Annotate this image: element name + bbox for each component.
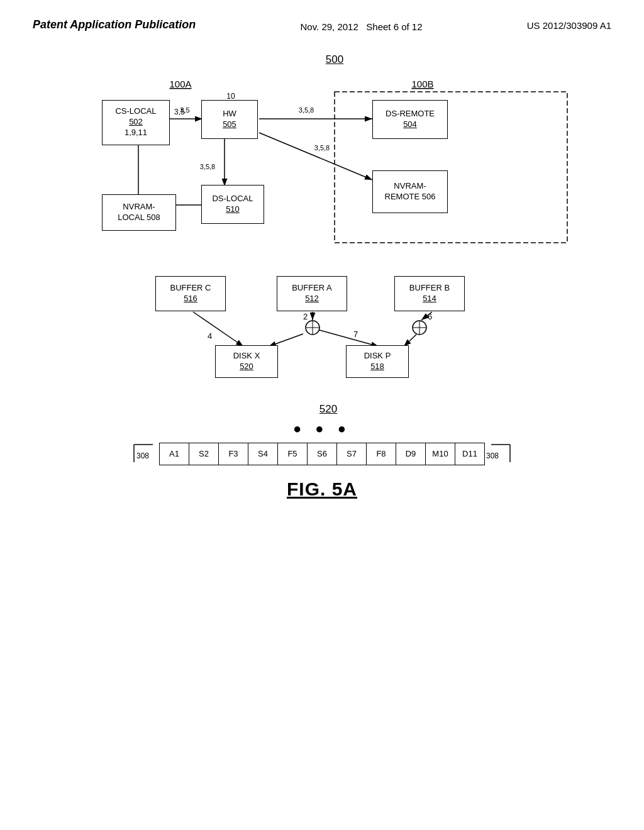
buffer-b-box: BUFFER B 514 — [394, 276, 465, 311]
svg-text:10: 10 — [226, 92, 235, 101]
svg-point-30 — [413, 321, 426, 335]
nvram-local-box: NVRAM- LOCAL 508 — [102, 194, 176, 231]
diagram-500-label: 500 — [63, 53, 606, 66]
left-308-arrow: 308 — [121, 438, 159, 470]
hw-box: HW 505 — [201, 100, 258, 139]
right-308-arrow: 308 — [485, 438, 523, 470]
publication-title: Patent Application Publication — [33, 18, 196, 32]
disk-cell-f3: F3 — [218, 443, 248, 465]
svg-text:4: 4 — [208, 331, 212, 341]
disk-520-label: 520 — [77, 403, 580, 416]
svg-line-28 — [421, 312, 432, 320]
disk-cell-s7: S7 — [336, 443, 367, 465]
svg-text:6: 6 — [428, 312, 432, 321]
bottom-disk-section: 520 ● ● ● 308 A1 S2 F3 S4 F5 S6 S7 F8 — [64, 403, 580, 470]
figure-label: FIG. 5A — [38, 479, 606, 500]
buffer-c-box: BUFFER C 516 — [155, 276, 226, 311]
svg-line-26 — [319, 330, 379, 346]
svg-text:100A: 100A — [169, 79, 191, 89]
disk-strip-container: 308 A1 S2 F3 S4 F5 S6 S7 F8 D9 M10 D11 3… — [64, 438, 580, 470]
svg-text:3,5,8: 3,5,8 — [200, 163, 215, 170]
disk-cell-d11: D11 — [455, 443, 485, 465]
page-header: Patent Application Publication Nov. 29, … — [0, 0, 644, 41]
publication-number: US 2012/303909 A1 — [527, 18, 611, 31]
svg-line-12 — [259, 133, 372, 180]
svg-line-25 — [269, 334, 303, 346]
cs-local-box: CS-LOCAL 502 1,9,11 — [102, 100, 170, 145]
svg-text:7: 7 — [353, 329, 358, 339]
disk-p-box: DISK P 518 — [346, 345, 409, 378]
svg-point-22 — [306, 321, 319, 335]
buffer-a-box: BUFFER A 512 — [277, 276, 347, 311]
top-system-diagram: 100A 100B 3,5,8 3,5 10 3,5,8 3, — [64, 70, 580, 252]
disk-cell-f8: F8 — [366, 443, 396, 465]
ds-local-box: DS-LOCAL 510 — [201, 185, 264, 224]
disk-cell-f5: F5 — [277, 443, 308, 465]
disk-x-box: DISK X 520 — [215, 345, 278, 378]
dots-row: ● ● ● — [64, 421, 580, 437]
publication-date: Nov. 29, 2012 — [301, 21, 358, 32]
svg-line-18 — [193, 312, 243, 346]
disk-cell-s6: S6 — [307, 443, 337, 465]
nvram-remote-box: NVRAM- REMOTE 506 — [372, 170, 448, 213]
disk-cell-a1: A1 — [159, 443, 189, 465]
disk-cell-m10: M10 — [425, 443, 455, 465]
svg-text:3,5,8: 3,5,8 — [314, 144, 330, 152]
disk-strip: A1 S2 F3 S4 F5 S6 S7 F8 D9 M10 D11 — [159, 443, 485, 465]
disk-cell-s4: S4 — [248, 443, 278, 465]
svg-text:308: 308 — [136, 451, 149, 460]
publication-date-sheet: Nov. 29, 2012 Sheet 6 of 12 — [301, 18, 423, 35]
sheet-info: Sheet 6 of 12 — [366, 21, 422, 32]
svg-text:308: 308 — [486, 451, 499, 460]
ds-remote-box: DS-REMOTE 504 — [372, 100, 448, 139]
diagram-area: 500 100A 100B — [0, 41, 644, 512]
svg-text:100B: 100B — [411, 79, 433, 89]
disk-cell-d9: D9 — [396, 443, 426, 465]
svg-text:2: 2 — [303, 312, 308, 321]
label-3-5: 3,5 — [174, 108, 185, 116]
mid-buffer-diagram: 4 2 7 6 BUFFER C 516 — [133, 265, 511, 390]
disk-cell-s2: S2 — [189, 443, 219, 465]
svg-rect-4 — [335, 92, 567, 243]
svg-text:3,5,8: 3,5,8 — [299, 106, 314, 114]
